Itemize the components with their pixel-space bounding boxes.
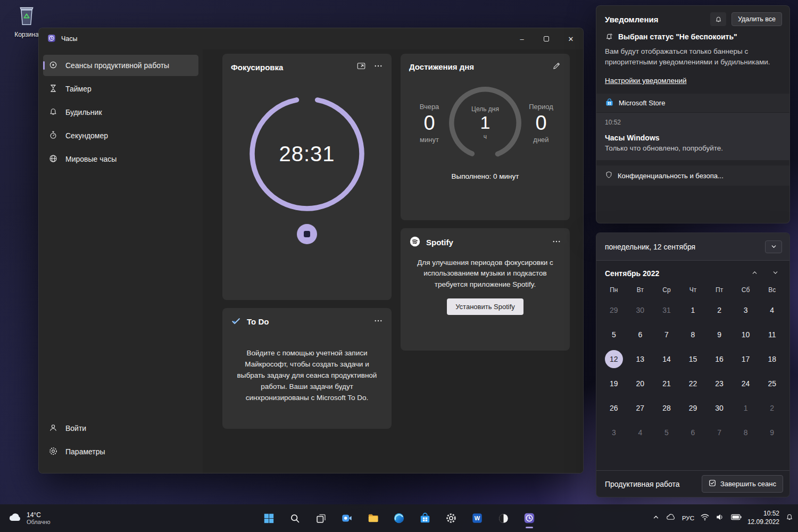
calendar-day[interactable]: 20 bbox=[627, 371, 654, 396]
onedrive-cloud-icon[interactable] bbox=[666, 513, 676, 523]
show-hidden-icons-chevron[interactable] bbox=[652, 513, 660, 523]
calendar-day[interactable]: 13 bbox=[627, 347, 654, 371]
sidebar-item-focus-sessions[interactable]: Сеансы продуктивной работы bbox=[43, 55, 198, 76]
chat-icon[interactable] bbox=[336, 508, 358, 529]
battery-icon[interactable] bbox=[731, 513, 742, 523]
compact-overlay-icon[interactable] bbox=[356, 61, 366, 73]
end-session-button[interactable]: Завершить сеанс bbox=[702, 475, 783, 493]
microsoft-store-icon[interactable] bbox=[414, 508, 436, 529]
calendar-day[interactable]: 8 bbox=[680, 322, 706, 347]
spotify-title: Spotify bbox=[426, 238, 453, 247]
calendar-day[interactable]: 8 bbox=[733, 420, 759, 445]
calendar-day[interactable]: 9 bbox=[706, 322, 733, 347]
calendar-day[interactable]: 9 bbox=[759, 420, 785, 445]
calendar-day[interactable]: 7 bbox=[706, 420, 733, 445]
install-spotify-button[interactable]: Установить Spotify bbox=[447, 298, 523, 315]
calendar-day[interactable]: 16 bbox=[706, 347, 733, 371]
svg-text:W: W bbox=[475, 515, 480, 521]
maximize-button[interactable] bbox=[534, 28, 559, 49]
calendar-collapse-button[interactable] bbox=[765, 240, 782, 253]
collapsed-group-label: Конфиденциальность и безопа... bbox=[618, 172, 724, 180]
calendar-day[interactable]: 5 bbox=[601, 322, 627, 347]
start-button[interactable] bbox=[258, 508, 279, 529]
calendar-day[interactable]: 26 bbox=[601, 396, 627, 420]
calendar-day[interactable]: 7 bbox=[653, 322, 680, 347]
streak-label: Период bbox=[525, 103, 557, 111]
edit-icon[interactable] bbox=[552, 61, 561, 72]
settings-item[interactable]: Параметры bbox=[43, 441, 198, 462]
titlebar-app: Часы bbox=[39, 34, 78, 44]
calendar-day[interactable]: 4 bbox=[627, 420, 654, 445]
calendar-day[interactable]: 29 bbox=[680, 396, 706, 420]
task-view-icon[interactable] bbox=[310, 508, 331, 529]
calendar-day[interactable]: 30 bbox=[627, 298, 654, 322]
calendar-day[interactable]: 28 bbox=[653, 396, 680, 420]
calendar-day[interactable]: 3 bbox=[733, 298, 759, 322]
notification-settings-icon[interactable] bbox=[710, 12, 726, 26]
calendar-prev-month-icon[interactable] bbox=[751, 269, 758, 278]
dnd-status: Выбран статус "Не беспокоить" Вам будут … bbox=[596, 31, 789, 85]
titlebar[interactable]: Часы – ✕ bbox=[39, 28, 583, 49]
sidebar-item-stopwatch[interactable]: Секундомер bbox=[43, 125, 198, 146]
more-options-icon[interactable] bbox=[373, 61, 383, 73]
volume-icon[interactable] bbox=[716, 513, 725, 523]
sign-in-item[interactable]: Войти bbox=[43, 418, 198, 439]
minimize-button[interactable]: – bbox=[510, 28, 534, 49]
calendar-day[interactable]: 1 bbox=[680, 298, 706, 322]
calendar-day[interactable]: 19 bbox=[601, 371, 627, 396]
file-explorer-icon[interactable] bbox=[362, 508, 384, 529]
wifi-icon[interactable] bbox=[700, 513, 710, 523]
calendar-day[interactable]: 6 bbox=[680, 420, 706, 445]
calendar-day[interactable]: 27 bbox=[627, 396, 654, 420]
calendar-day[interactable]: 11 bbox=[759, 322, 785, 347]
calendar-day[interactable]: 21 bbox=[653, 371, 680, 396]
search-icon[interactable] bbox=[284, 508, 305, 529]
productivity-session-label: Продуктивная работа bbox=[605, 480, 680, 488]
clear-all-button[interactable]: Удалить все bbox=[732, 12, 782, 26]
calendar-day[interactable]: 15 bbox=[680, 347, 706, 371]
calendar-day[interactable]: 18 bbox=[759, 347, 785, 371]
calendar-day[interactable]: 29 bbox=[601, 298, 627, 322]
language-indicator[interactable]: РУС bbox=[682, 515, 694, 521]
calendar-day[interactable]: 3 bbox=[601, 420, 627, 445]
calendar-day[interactable]: 2 bbox=[759, 396, 785, 420]
sidebar-item-world-clock[interactable]: Мировые часы bbox=[43, 148, 198, 170]
calendar-next-month-icon[interactable] bbox=[772, 269, 779, 278]
calendar-day-name: Сб bbox=[733, 282, 759, 298]
calendar-day[interactable]: 24 bbox=[733, 371, 759, 396]
calendar-day[interactable]: 17 bbox=[733, 347, 759, 371]
notification-group-header[interactable]: Microsoft Store bbox=[596, 94, 789, 113]
notification-settings-link[interactable]: Настройки уведомлений bbox=[605, 77, 687, 85]
calendar-day[interactable]: 31 bbox=[653, 298, 680, 322]
clock-app-taskbar-icon[interactable] bbox=[519, 508, 540, 529]
collapsed-notification-group[interactable]: Конфиденциальность и безопа... bbox=[596, 165, 789, 186]
calendar-day[interactable]: 1 bbox=[733, 396, 759, 420]
calendar-day[interactable]: 4 bbox=[759, 298, 785, 322]
close-button[interactable]: ✕ bbox=[559, 28, 583, 49]
calendar-day[interactable]: 30 bbox=[706, 396, 733, 420]
word-icon[interactable]: W bbox=[467, 508, 488, 529]
calendar-day[interactable]: 6 bbox=[627, 322, 654, 347]
calendar-day[interactable]: 2 bbox=[706, 298, 733, 322]
settings-gear-icon[interactable] bbox=[440, 508, 462, 529]
clock-tray[interactable]: 10:52 12.09.2022 bbox=[747, 510, 779, 526]
calendar-day[interactable]: 10 bbox=[733, 322, 759, 347]
calendar-day[interactable]: 25 bbox=[759, 371, 785, 396]
contrast-app-icon[interactable] bbox=[493, 508, 514, 529]
more-options-icon[interactable] bbox=[373, 316, 383, 328]
stop-session-button[interactable] bbox=[297, 224, 317, 244]
calendar-day[interactable]: 22 bbox=[680, 371, 706, 396]
edge-browser-icon[interactable] bbox=[388, 508, 410, 529]
notification-item[interactable]: 10:52 Часы Windows Только что обновлено,… bbox=[596, 113, 789, 160]
calendar-day-name: Вт bbox=[627, 282, 654, 298]
weather-widget[interactable]: 14°C Облачно bbox=[7, 511, 51, 525]
sidebar-item-timer[interactable]: Таймер bbox=[43, 78, 198, 99]
notification-time: 10:52 bbox=[605, 119, 781, 126]
calendar-day[interactable]: 14 bbox=[653, 347, 680, 371]
calendar-day[interactable]: 5 bbox=[653, 420, 680, 445]
notification-bell-icon[interactable] bbox=[785, 513, 794, 523]
more-options-icon[interactable] bbox=[552, 237, 561, 248]
calendar-day[interactable]: 12 bbox=[601, 347, 627, 371]
sidebar-item-alarm[interactable]: Будильник bbox=[43, 102, 198, 123]
calendar-day[interactable]: 23 bbox=[706, 371, 733, 396]
